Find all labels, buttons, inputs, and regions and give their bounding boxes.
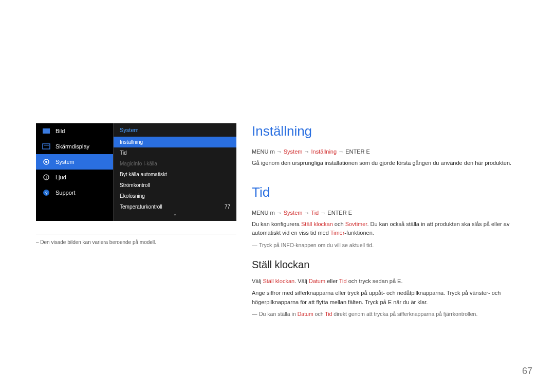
submenu-item-installning[interactable]: Inställning (114, 137, 236, 147)
heading-stall-klockan: Ställ klockan (252, 259, 532, 271)
submenu-label: Byt källa automatiskt (120, 172, 167, 177)
para-stall-klockan-1: Välj Ställ klockan. Välj Datum eller Tid… (252, 277, 532, 286)
breadcrumb-installning: MENU m → System → Inställning → ENTER E (252, 148, 532, 155)
manual-content: Inställning MENU m → System → Inställnin… (252, 123, 532, 321)
svg-text:?: ? (45, 191, 47, 196)
menu-right-pane: System Inställning Tid MagicInfo I-källa… (113, 123, 236, 221)
page-number: 67 (522, 366, 532, 377)
note-info-button: Tryck på INFO-knappen om du vill se aktu… (252, 241, 532, 250)
submenu-header: System (114, 123, 236, 137)
submenu-value: 77 (225, 204, 230, 210)
menu-item-bild[interactable]: Bild (36, 123, 113, 139)
submenu-label: Ekolösning (120, 193, 145, 199)
display-icon (42, 142, 50, 151)
para-stall-klockan-2: Ange siffror med sifferknapparna eller t… (252, 289, 532, 307)
menu-item-label: System (55, 159, 75, 165)
para-installning-desc: Gå igenom den ursprungliga installatione… (252, 159, 532, 168)
submenu-item-bytkalla[interactable]: Byt källa automatiskt (114, 169, 236, 180)
svg-rect-1 (43, 144, 50, 149)
breadcrumb-tid: MENU m → System → Tid → ENTER E (252, 210, 532, 216)
menu-item-ljud[interactable]: Ljud (36, 170, 113, 185)
submenu-label: Strömkontroll (120, 182, 150, 188)
settings-menu-screenshot: Bild Skärmdisplay System Ljud (36, 123, 236, 221)
gear-icon (42, 158, 50, 166)
svg-point-4 (45, 161, 47, 163)
menu-item-label: Ljud (55, 174, 66, 180)
submenu-item-magicinfo[interactable]: MagicInfo I-källa (114, 158, 236, 169)
menu-left-pane: Bild Skärmdisplay System Ljud (36, 123, 113, 221)
image-disclaimer: – Den visade bilden kan variera beroende… (36, 234, 236, 245)
heading-tid: Tid (252, 184, 532, 200)
menu-item-support[interactable]: ? Support (36, 185, 113, 200)
image-icon (42, 127, 50, 135)
chevron-down-icon[interactable]: ˅ (114, 212, 236, 221)
menu-item-label: Bild (55, 128, 65, 134)
submenu-label: MagicInfo I-källa (120, 161, 157, 166)
menu-item-label: Skärmdisplay (55, 143, 89, 150)
menu-item-skarmdisplay[interactable]: Skärmdisplay (36, 139, 113, 154)
note-stall-klockan: Du kan ställa in Datum och Tid direkt ge… (252, 310, 532, 319)
submenu-item-temperatur[interactable]: Temperaturkontroll 77 (114, 201, 236, 212)
menu-item-label: Support (55, 190, 76, 196)
sound-icon (42, 173, 50, 181)
submenu-item-tid[interactable]: Tid (114, 147, 236, 158)
submenu-item-stromkontroll[interactable]: Strömkontroll (114, 180, 236, 191)
para-tid-desc: Du kan konfigurera Ställ klockan och Sov… (252, 220, 532, 238)
menu-item-system[interactable]: System (36, 154, 113, 170)
svg-rect-0 (43, 128, 50, 134)
submenu-label: Temperaturkontroll (120, 204, 162, 210)
heading-installning: Inställning (252, 123, 532, 139)
submenu-item-ekolosning[interactable]: Ekolösning (114, 191, 236, 201)
submenu-label: Inställning (120, 139, 143, 145)
submenu-label: Tid (120, 150, 127, 156)
help-icon: ? (42, 189, 50, 197)
